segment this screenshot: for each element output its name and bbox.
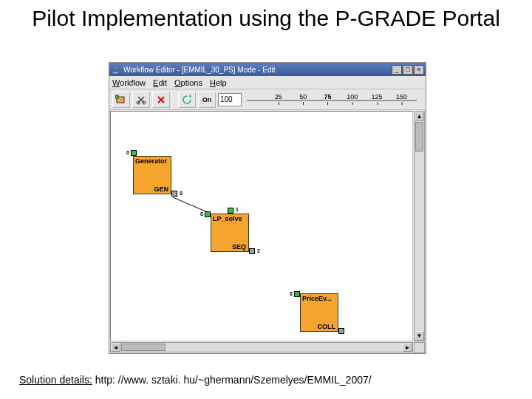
toggle-button[interactable]: On (198, 92, 216, 108)
tick-100: 100 (347, 93, 358, 100)
tick-75: 75 (324, 93, 331, 100)
scroll-left-arrow[interactable]: ◄ (111, 343, 120, 352)
tick-125: 125 (372, 93, 383, 100)
vscroll-thumb[interactable] (415, 122, 423, 151)
scroll-right-arrow[interactable]: ► (403, 343, 412, 352)
port-pe-in[interactable]: 0 (294, 291, 300, 297)
slide-title: Pilot Implementation using the P-GRADE P… (0, 0, 532, 39)
workflow-canvas[interactable]: Generator GEN 0 0 LP_solve SEQ 0 1 2 Pri… (110, 111, 413, 341)
tick-150: 150 (396, 93, 407, 100)
zoom-slider[interactable]: 25 50 75 100 125 150 (247, 92, 423, 108)
footnote-url: http: //www. sztaki. hu/~ghermann/Szemel… (95, 374, 372, 386)
menu-edit[interactable]: Edit (153, 78, 167, 87)
toolbar: On 25 50 75 100 125 150 (109, 89, 426, 110)
menu-options[interactable]: Options (174, 78, 202, 87)
svg-rect-1 (115, 95, 118, 98)
port-gen-top[interactable]: 0 (131, 150, 137, 156)
node-generator-label: Generator (135, 157, 169, 165)
port-lp-in[interactable]: 0 (205, 211, 211, 217)
node-priceev-sub: COLL (318, 323, 336, 330)
hscroll-thumb[interactable] (121, 344, 166, 351)
tick-50: 50 (299, 93, 307, 100)
menubar: Workflow Edit Options Help (109, 76, 426, 89)
node-priceev[interactable]: PriceEv... COLL 0 (300, 293, 338, 332)
node-lpsolve[interactable]: LP_solve SEQ 0 1 2 (211, 214, 249, 252)
node-lpsolve-label: LP_solve (213, 215, 247, 222)
refresh-button[interactable] (178, 92, 196, 108)
menu-help[interactable]: Help (210, 78, 227, 87)
minimize-button[interactable]: _ (392, 65, 402, 75)
node-lpsolve-sub: SEQ (232, 243, 246, 250)
java-icon (111, 65, 120, 75)
scroll-down-arrow[interactable]: ▼ (415, 331, 424, 341)
cut-button[interactable] (132, 92, 150, 108)
new-node-button[interactable] (112, 92, 130, 108)
port-lp-top[interactable]: 1 (228, 208, 233, 214)
footnote: Solution details: http: //www. sztaki. h… (19, 374, 372, 386)
titlebar: Workflow Editor - [EMMIL_30_PS] Mode - E… (109, 63, 426, 76)
footnote-label: Solution details: (19, 374, 92, 386)
scroll-corner (414, 342, 425, 353)
horizontal-scrollbar[interactable]: ◄ ► (110, 342, 413, 352)
port-gen-out[interactable]: 0 (171, 191, 177, 197)
node-priceev-label: PriceEv... (302, 295, 336, 302)
delete-button[interactable] (152, 92, 170, 108)
window-title: Workflow Editor - [EMMIL_30_PS] Mode - E… (123, 66, 392, 74)
zoom-input[interactable] (218, 93, 242, 106)
close-button[interactable]: × (414, 65, 424, 75)
node-generator-sub: GEN (154, 185, 168, 193)
maximize-button[interactable]: □ (403, 65, 413, 75)
node-generator[interactable]: Generator GEN 0 0 (133, 156, 171, 194)
vertical-scrollbar[interactable]: ▲ ▼ (414, 111, 425, 341)
app-window: Workflow Editor - [EMMIL_30_PS] Mode - E… (109, 62, 426, 354)
menu-workflow[interactable]: Workflow (112, 78, 146, 87)
port-lp-out[interactable]: 2 (249, 248, 255, 254)
port-pe-out[interactable] (338, 328, 344, 334)
scroll-up-arrow[interactable]: ▲ (415, 112, 424, 121)
tick-25: 25 (275, 93, 282, 100)
